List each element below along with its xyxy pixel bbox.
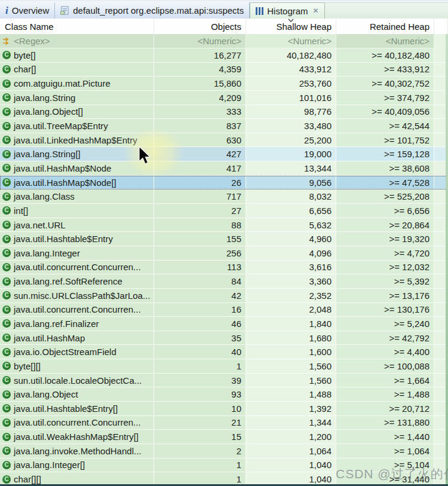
objects-value: 1 bbox=[154, 359, 246, 374]
table-row[interactable]: C java.util.LinkedHashMap$Entry 630 25,2… bbox=[0, 133, 448, 148]
shallow-value: 253,760 bbox=[246, 77, 336, 91]
retained-value: >= 5,104 bbox=[336, 459, 434, 473]
row-spacer bbox=[434, 274, 448, 289]
row-spacer bbox=[434, 176, 448, 190]
regex-filter-field[interactable]: <Regex> bbox=[0, 34, 154, 48]
shallow-value: 1,040 bbox=[246, 459, 336, 473]
objects-value: 1 bbox=[154, 459, 246, 473]
shallow-value: 1,392 bbox=[246, 402, 336, 416]
class-icon: C bbox=[2, 221, 11, 229]
table-row[interactable]: C sun.misc.URLClassPath$JarLoa... 42 2,3… bbox=[0, 289, 448, 303]
objects-value: 2 bbox=[154, 444, 246, 459]
row-spacer bbox=[434, 48, 448, 63]
table-row[interactable]: C java.util.Hashtable$Entry 155 4,960 >=… bbox=[0, 232, 448, 246]
sort-indicator-icon bbox=[288, 19, 294, 22]
retained-value: >= 20,712 bbox=[336, 402, 434, 416]
shallow-value: 3,616 bbox=[246, 261, 336, 275]
shallow-heap-filter-field[interactable]: <Numeric> bbox=[246, 34, 336, 48]
objects-value: 10 bbox=[154, 402, 246, 416]
class-icon: C bbox=[2, 461, 11, 469]
class-icon: C bbox=[2, 447, 11, 455]
table-row[interactable]: C java.util.HashMap$Node 417 13,344 >= 3… bbox=[0, 161, 448, 176]
retained-value: >= 5,240 bbox=[336, 317, 434, 331]
column-header-retained-heap[interactable]: Retained Heap bbox=[336, 19, 434, 34]
objects-filter-field[interactable]: <Numeric> bbox=[154, 34, 246, 48]
class-name: byte[][] bbox=[14, 361, 41, 371]
table-row[interactable]: C java.lang.Integer[] 1 1,040 >= 5,104 bbox=[0, 459, 448, 473]
shallow-value: 6,656 bbox=[246, 204, 336, 218]
objects-value: 26 bbox=[154, 176, 246, 190]
retained-value: >= 100,088 bbox=[336, 359, 434, 374]
table-row[interactable]: C java.lang.String[] 427 19,000 >= 159,1… bbox=[0, 147, 448, 161]
row-spacer bbox=[434, 189, 448, 204]
class-icon: C bbox=[2, 291, 11, 299]
table-row[interactable]: C java.lang.String 4,209 101,016 >= 374,… bbox=[0, 91, 448, 105]
table-row[interactable]: C java.util.concurrent.Concurren... 113 … bbox=[0, 261, 448, 275]
shallow-value: 4,960 bbox=[246, 232, 336, 246]
table-row[interactable]: C byte[][] 1 1,560 >= 100,088 bbox=[0, 359, 448, 374]
table-row[interactable]: C java.util.concurrent.Concurren... 21 1… bbox=[0, 416, 448, 430]
tab-default-report[interactable]: default_report org.eclipse.mat.api:suspe… bbox=[55, 2, 250, 19]
table-row[interactable]: C java.lang.ref.Finalizer 46 1,840 >= 5,… bbox=[0, 317, 448, 331]
tab-overview[interactable]: i Overview bbox=[0, 2, 55, 19]
column-header-shallow-heap[interactable]: Shallow Heap bbox=[246, 19, 336, 34]
regex-filter-icon bbox=[2, 37, 11, 45]
column-header-class-name[interactable]: Class Name bbox=[0, 19, 154, 34]
table-row[interactable]: C java.lang.Object[] 333 98,776 >= 40,40… bbox=[0, 105, 448, 120]
objects-value: 155 bbox=[154, 232, 246, 246]
table-row[interactable]: C java.util.HashMap$Node[] 26 9,056 >= 4… bbox=[0, 176, 448, 190]
class-icon: C bbox=[2, 178, 11, 187]
table-row[interactable]: C java.lang.invoke.MethodHandl... 2 1,06… bbox=[0, 444, 448, 459]
shallow-value: 1,680 bbox=[246, 331, 336, 346]
table-row[interactable]: C java.io.ObjectStreamField 40 1,600 >= … bbox=[0, 345, 448, 359]
row-spacer bbox=[434, 444, 448, 459]
retained-heap-filter-field[interactable]: <Numeric> bbox=[336, 34, 434, 48]
table-row[interactable]: C java.lang.Integer 256 4,096 >= 4,720 bbox=[0, 246, 448, 261]
class-icon: C bbox=[2, 305, 11, 314]
table-row[interactable]: C java.util.WeakHashMap$Entry[] 15 1,200… bbox=[0, 430, 448, 444]
objects-value: 27 bbox=[154, 204, 246, 218]
table-row[interactable]: C java.util.TreeMap$Entry 837 33,480 >= … bbox=[0, 119, 448, 133]
row-spacer bbox=[434, 289, 448, 303]
retained-value: >= 47,528 bbox=[336, 176, 434, 190]
class-name: java.lang.String bbox=[14, 93, 75, 103]
table-body: C byte[] 16,277 40,182,480 >= 40,182,480… bbox=[0, 48, 448, 486]
table-row[interactable]: C java.lang.ref.SoftReference 84 3,360 >… bbox=[0, 274, 448, 289]
table-row[interactable]: C java.net.URL 88 5,632 >= 20,864 bbox=[0, 218, 448, 233]
objects-value: 21 bbox=[154, 416, 246, 430]
table-row[interactable]: C java.util.concurrent.Concurren... 16 2… bbox=[0, 303, 448, 317]
table-row[interactable]: C java.util.Hashtable$Entry[] 10 1,392 >… bbox=[0, 402, 448, 416]
objects-value: 717 bbox=[154, 189, 246, 204]
column-header-objects[interactable]: Objects bbox=[154, 19, 246, 34]
row-spacer bbox=[434, 91, 448, 105]
class-icon: C bbox=[2, 376, 11, 384]
class-icon: C bbox=[2, 136, 11, 144]
table-row[interactable]: C int[] 27 6,656 >= 6,656 bbox=[0, 204, 448, 218]
tab-histogram[interactable]: Histogram ✕ bbox=[250, 2, 324, 19]
table-row[interactable]: C byte[] 16,277 40,182,480 >= 40,182,480 bbox=[0, 48, 448, 63]
table-row[interactable]: C com.atguigu.mat.Picture 15,860 253,760… bbox=[0, 77, 448, 91]
class-icon: C bbox=[2, 150, 11, 158]
row-spacer bbox=[434, 261, 448, 275]
retained-value: >= 4,720 bbox=[336, 246, 434, 261]
objects-value: 630 bbox=[154, 133, 246, 148]
objects-value: 427 bbox=[154, 147, 246, 161]
table-row[interactable]: C sun.util.locale.LocaleObjectCa... 39 1… bbox=[0, 374, 448, 388]
table-row[interactable]: C char[] 4,359 433,912 >= 433,912 bbox=[0, 63, 448, 77]
close-icon[interactable]: ✕ bbox=[312, 7, 319, 14]
class-name: java.util.HashMap$Node bbox=[14, 163, 111, 173]
class-name: java.lang.Object bbox=[14, 389, 78, 399]
shallow-value: 2,048 bbox=[246, 303, 336, 317]
table-row[interactable]: C java.lang.Class 717 8,032 >= 525,208 bbox=[0, 189, 448, 204]
objects-value: 113 bbox=[154, 261, 246, 275]
tab-label: Histogram bbox=[267, 6, 308, 16]
info-icon: i bbox=[5, 5, 8, 16]
objects-value: 837 bbox=[154, 119, 246, 133]
table-row[interactable]: C java.util.HashMap 35 1,680 >= 42,792 bbox=[0, 331, 448, 346]
row-spacer bbox=[434, 387, 448, 402]
table-row[interactable]: C java.lang.Object 93 1,488 >= 1,488 bbox=[0, 387, 448, 402]
retained-value: >= 40,302,752 bbox=[336, 77, 434, 91]
retained-value: >= 12,032 bbox=[336, 261, 434, 275]
class-icon: C bbox=[2, 418, 11, 427]
class-name: java.util.concurrent.Concurren... bbox=[14, 262, 141, 272]
